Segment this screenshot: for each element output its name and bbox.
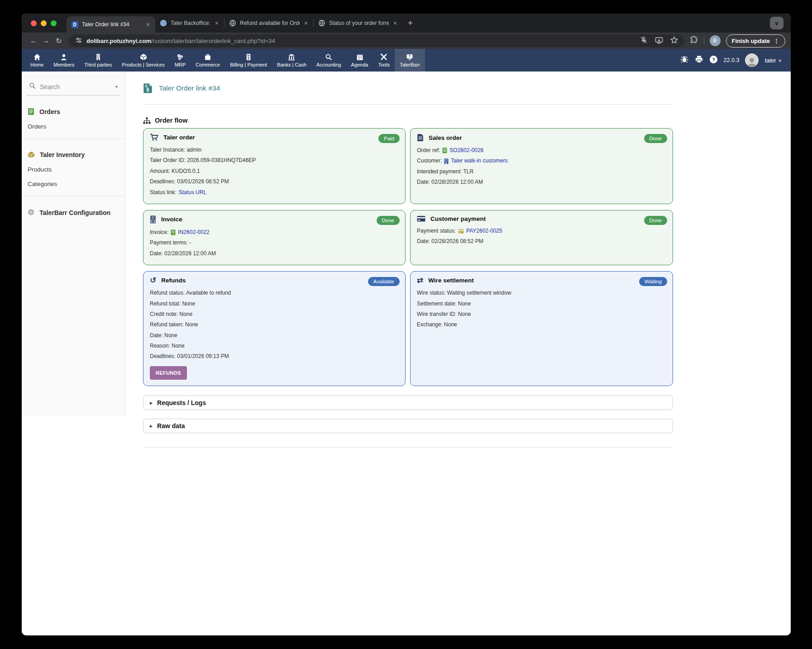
menu-banks-cash[interactable]: Banks | Cash bbox=[272, 49, 311, 72]
payment-link[interactable]: PAY2602-0025 bbox=[466, 227, 502, 235]
search-dropdown-caret[interactable]: ▾ bbox=[115, 84, 118, 89]
dolibarr-menubar: Home Members Third parties Products | Se… bbox=[22, 49, 791, 72]
forward-button[interactable]: → bbox=[40, 37, 53, 45]
site-settings-icon[interactable] bbox=[75, 37, 82, 45]
window-zoom-button[interactable] bbox=[51, 20, 57, 26]
customer-link[interactable]: Taler walk-in customers bbox=[451, 157, 507, 165]
menu-agenda[interactable]: Agenda bbox=[346, 49, 373, 72]
card-title: Refunds bbox=[161, 277, 186, 284]
mic-off-icon[interactable] bbox=[640, 36, 648, 45]
card-line: Taler Order ID: 2026.059-0381HNQ7D46EP bbox=[150, 155, 399, 166]
status-badge: Done bbox=[644, 134, 668, 143]
sidebar-link-orders[interactable]: Orders bbox=[28, 123, 125, 130]
finish-update-button[interactable]: Finish update ⋮ bbox=[726, 34, 786, 48]
sidebar-link-categories[interactable]: Categories bbox=[28, 181, 125, 187]
refunds-button[interactable]: REFUNDS bbox=[150, 366, 187, 380]
card-title: Wire settlement bbox=[428, 277, 473, 284]
install-app-icon[interactable] bbox=[655, 37, 663, 45]
dolibarr-favicon: D bbox=[71, 21, 78, 28]
user-avatar[interactable] bbox=[745, 53, 759, 67]
sidebar-section-orders: Orders bbox=[28, 108, 125, 115]
requests-logs-toggle[interactable]: ▸ Requests / Logs bbox=[143, 396, 673, 410]
order-link-doc-icon: $ bbox=[143, 83, 153, 94]
card-title: Invoice bbox=[161, 216, 182, 223]
menu-home[interactable]: Home bbox=[25, 49, 48, 72]
kebab-menu-icon[interactable]: ⋮ bbox=[774, 38, 779, 44]
close-tab-icon[interactable]: × bbox=[214, 19, 220, 27]
menu-talerbarr[interactable]: T TalerBarr bbox=[395, 49, 425, 72]
tab-taler-backoffice[interactable]: Taler Backoffice: × bbox=[155, 14, 224, 33]
tab-refund-available[interactable]: Refund available for Order to × bbox=[224, 14, 313, 33]
card-line: Credit note: None bbox=[150, 309, 399, 320]
tools-icon bbox=[380, 53, 387, 61]
transfer-arrows-icon: ⇄ bbox=[417, 277, 423, 284]
card-line: Intended payment: TLR bbox=[417, 167, 666, 177]
card-title: Taler order bbox=[163, 134, 195, 141]
sidebar-link-products[interactable]: Products bbox=[28, 166, 125, 173]
bug-icon[interactable] bbox=[680, 55, 689, 65]
globe-icon bbox=[229, 19, 236, 27]
sidebar-search[interactable]: ▾ bbox=[26, 81, 119, 95]
sales-order-link[interactable]: SO2602-0026 bbox=[449, 147, 483, 154]
credit-card-icon bbox=[417, 215, 425, 222]
status-url-link[interactable]: Status URL bbox=[179, 189, 206, 196]
window-close-button[interactable] bbox=[31, 20, 37, 26]
menu-mrp[interactable]: MRP bbox=[170, 49, 191, 72]
tab-title: Status of your order forrefund bbox=[329, 20, 389, 26]
cart-icon bbox=[150, 134, 158, 141]
print-icon[interactable] bbox=[695, 55, 703, 65]
back-button[interactable]: ← bbox=[27, 37, 40, 45]
menu-third-parties[interactable]: Third parties bbox=[79, 49, 117, 72]
bookmark-star-icon[interactable] bbox=[670, 36, 678, 45]
address-bar[interactable]: dolibarr.potuzhnyi.com/custom/talerbarr/… bbox=[69, 34, 684, 47]
card-line: Payment terms: - bbox=[150, 238, 399, 248]
search-input[interactable] bbox=[40, 83, 99, 91]
company-icon bbox=[444, 158, 449, 164]
svg-text:?: ? bbox=[712, 57, 715, 62]
card-line: Status link: Status URL bbox=[150, 187, 399, 198]
tab-search-chevron[interactable]: ∨ bbox=[770, 17, 783, 29]
card-title: Sales order bbox=[429, 134, 462, 141]
order-flow-heading: Order flow bbox=[143, 117, 673, 124]
card-line: Refund taken: None bbox=[150, 320, 399, 330]
new-tab-button[interactable]: + bbox=[402, 18, 418, 28]
profile-avatar[interactable]: B bbox=[710, 35, 721, 46]
card-line: Amount: KUDOS:0.1 bbox=[150, 166, 399, 177]
menu-accounting[interactable]: Accounting bbox=[311, 49, 346, 72]
tab-order-status[interactable]: Status of your order forrefund × bbox=[314, 14, 402, 33]
globe-icon bbox=[318, 19, 325, 27]
extensions-icon[interactable] bbox=[690, 36, 698, 46]
raw-data-toggle[interactable]: ▸ Raw data bbox=[143, 419, 673, 433]
menu-tools[interactable]: Tools bbox=[373, 49, 395, 72]
close-tab-icon[interactable]: × bbox=[392, 19, 398, 27]
divider bbox=[143, 447, 673, 448]
sidebar-divider bbox=[22, 196, 125, 196]
reload-button[interactable]: ↻ bbox=[53, 37, 65, 45]
card-line: Settlement date: None bbox=[417, 299, 666, 309]
menu-commerce[interactable]: Commerce bbox=[191, 49, 225, 72]
card-line: Date: 02/28/2026 12:00 AM bbox=[150, 248, 399, 259]
card-line: Order ref: SO2602-0026 bbox=[417, 145, 666, 156]
chevron-down-icon: ∨ bbox=[779, 58, 782, 63]
window-minimize-button[interactable] bbox=[41, 20, 47, 26]
page-title-row: $ Taler Order link #34 bbox=[143, 83, 673, 94]
gear-icon: ⚙ bbox=[28, 209, 34, 216]
menu-products-services[interactable]: Products | Services bbox=[117, 49, 170, 72]
svg-text:$: $ bbox=[147, 87, 149, 92]
tab-taler-order-link[interactable]: D Taler Order link #34 × bbox=[67, 16, 155, 33]
card-invoice: Invoice Done Invoice: $ IN2602-0022 Paym… bbox=[143, 210, 406, 265]
url-host: dolibarr.potuzhnyi.com bbox=[86, 38, 151, 44]
menu-billing-payment[interactable]: $ Billing | Payment bbox=[225, 49, 272, 72]
close-tab-icon[interactable]: × bbox=[145, 21, 151, 28]
close-tab-icon[interactable]: × bbox=[303, 19, 309, 27]
sidebar-section-talerbarr-configuration[interactable]: ⚙ TalerBarr Configuration bbox=[28, 209, 125, 216]
toolbar-separator bbox=[704, 37, 704, 45]
invoice-link[interactable]: IN2602-0022 bbox=[178, 229, 209, 236]
status-badge: Paid bbox=[378, 134, 400, 143]
help-icon[interactable]: ? bbox=[709, 55, 718, 66]
user-menu[interactable]: taler ∨ bbox=[764, 57, 782, 64]
menu-members[interactable]: Members bbox=[48, 49, 79, 72]
window-controls bbox=[22, 20, 67, 26]
card-line: Date: None bbox=[150, 330, 399, 341]
status-badge: Done bbox=[644, 216, 668, 225]
